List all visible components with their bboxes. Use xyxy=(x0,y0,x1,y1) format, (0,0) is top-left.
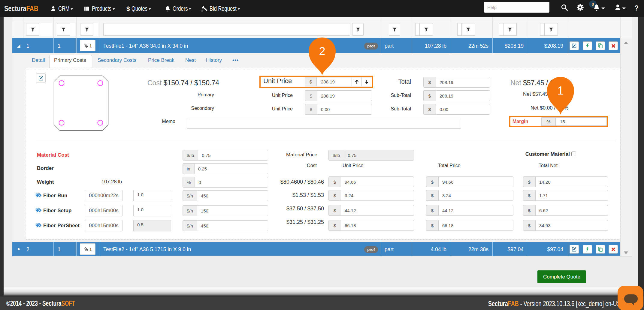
svg-text:2: 2 xyxy=(319,45,325,58)
svg-text:1: 1 xyxy=(557,84,564,97)
